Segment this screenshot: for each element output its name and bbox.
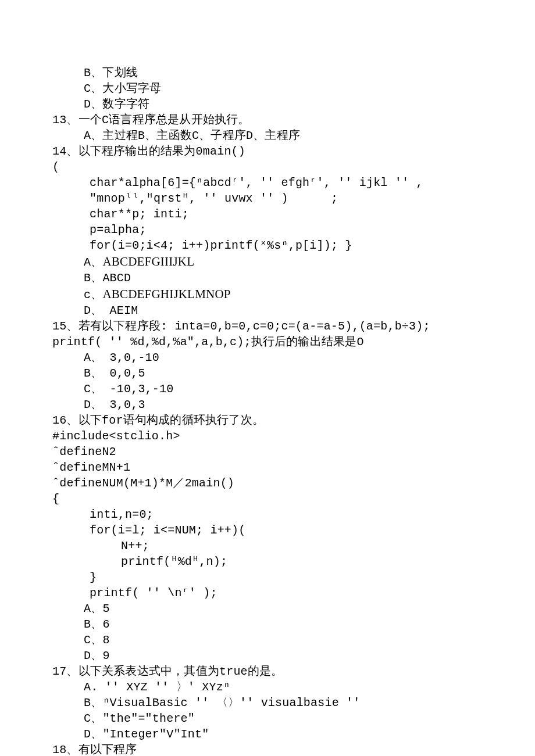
text-content: ˆdefineMN+1 xyxy=(52,461,130,474)
text-line: B、ABCD xyxy=(52,270,483,286)
text-line: { xyxy=(52,491,483,507)
text-content: C、8 xyxy=(84,633,110,647)
text-content: C、″the″=″there″ xyxy=(84,712,195,725)
text-line: 17、以下关系表达式中，其值为true的是。 xyxy=(52,664,483,679)
text-content: printf( '' \nʳ' ); xyxy=(90,586,217,600)
text-line: for(i=0;i<4; i++)printf(ˣ%sⁿ,p[i]); } xyxy=(52,238,483,253)
text-line: p=alpha; xyxy=(52,222,483,238)
text-content: B、ABCD xyxy=(84,271,131,285)
text-line: 15、若有以下程序段: inta=0,b=0,c=0;c=(a-=a-5),(a… xyxy=(52,318,483,334)
text-content: A、 xyxy=(84,256,102,269)
text-content: A、5 xyxy=(84,602,110,615)
text-line: B、下划线 xyxy=(52,65,483,81)
text-content: c、 xyxy=(84,288,102,302)
text-line: #include<stclio.h> xyxy=(52,428,483,444)
text-content: 17、以下关系表达式中，其值为true的是。 xyxy=(52,665,283,678)
text-content: D、9 xyxy=(84,649,110,662)
text-content: B、ⁿVisualBasic '' 〈〉'' visualbasie '' xyxy=(84,696,368,710)
text-content: for(i=0;i<4; i++)printf(ˣ%sⁿ,p[i]); } xyxy=(90,239,352,252)
text-line: D、9 xyxy=(52,648,483,664)
text-content: A、 3,0,-10 xyxy=(84,351,159,364)
text-content: D、″Integer″V″Int″ xyxy=(84,728,209,741)
text-line: N++; xyxy=(52,538,483,554)
text-content: D、数字字符 xyxy=(84,98,149,111)
text-line: D、″Integer″V″Int″ xyxy=(52,726,483,742)
text-content: printf(ᴴ%dᴴ,n); xyxy=(121,555,227,568)
text-line: 18、有以下程序 xyxy=(52,742,483,756)
text-line: C、 -10,3,-10 xyxy=(52,381,483,397)
text-line: printf( '' \nʳ' ); xyxy=(52,585,483,601)
text-roman: ABCDEFGIIIJKL xyxy=(102,255,194,268)
text-line: printf(ᴴ%dᴴ,n); xyxy=(52,554,483,569)
text-line: 14、以下程序输出的结果为0main() xyxy=(52,144,483,159)
text-line: D、数字字符 xyxy=(52,96,483,112)
text-content: B、6 xyxy=(84,618,110,631)
text-content: D、 AEIM xyxy=(84,304,138,317)
text-line: for(i=l; i<=NUM; i++)( xyxy=(52,522,483,538)
text-line: ˆdefineNUM(M+1)*M／2main() xyxy=(52,475,483,491)
text-content: inti,n=0; xyxy=(90,508,154,521)
text-line: char*alpha[6]={ⁿabcdʳ', '' efghʳ', '' ij… xyxy=(52,175,483,206)
text-line: } xyxy=(52,569,483,585)
text-line: C、″the″=″there″ xyxy=(52,711,483,726)
text-line: C、大小写字母 xyxy=(52,81,483,96)
text-content: printf( '' %d,%d,%a″,a,b,c);执行后的输出结果是O xyxy=(52,335,364,349)
text-content: C、 -10,3,-10 xyxy=(84,382,173,396)
text-line: A. '' XYZ '' 〉' XYzⁿ xyxy=(52,679,483,695)
text-line: char**p; inti; xyxy=(52,206,483,222)
text-content: 15、若有以下程序段: inta=0,b=0,c=0;c=(a-=a-5),(a… xyxy=(52,320,430,333)
text-content: ˆdefineN2 xyxy=(52,445,116,458)
text-content: N++; xyxy=(121,539,149,553)
text-content: { xyxy=(52,492,59,506)
text-line: B、 0,0,5 xyxy=(52,366,483,381)
text-line: printf( '' %d,%d,%a″,a,b,c);执行后的输出结果是O xyxy=(52,334,483,350)
text-content: B、下划线 xyxy=(84,66,138,80)
text-content: } xyxy=(90,571,97,584)
document-page: B、下划线C、大小写字母D、数字字符13、一个C语言程序总是从开始执行。A、主过… xyxy=(0,0,535,756)
text-content: B、 0,0,5 xyxy=(84,367,145,380)
text-line: A、主过程B、主函数C、子程序D、主程序 xyxy=(52,128,483,144)
text-content: C、大小写字母 xyxy=(84,82,161,95)
text-content: char*alpha[6]={ⁿabcdʳ', '' efghʳ', '' ij… xyxy=(90,176,423,205)
text-content: ˆdefineNUM(M+1)*M／2main() xyxy=(52,476,234,490)
text-content: 18、有以下程序 xyxy=(52,743,137,756)
text-roman: ABCDEFGHIJKLMNOP xyxy=(102,287,230,301)
text-line: A、ABCDEFGIIIJKL xyxy=(52,253,483,270)
text-content: 14、以下程序输出的结果为0main() xyxy=(52,145,245,158)
text-line: c、ABCDEFGHIJKLMNOP xyxy=(52,286,483,303)
text-line: 16、以下for语句构成的循环执行了次。 xyxy=(52,413,483,428)
text-content: 13、一个C语言程序总是从开始执行。 xyxy=(52,113,250,127)
text-line: 13、一个C语言程序总是从开始执行。 xyxy=(52,112,483,128)
text-content: A、主过程B、主函数C、子程序D、主程序 xyxy=(84,129,300,142)
text-content: char**p; inti; xyxy=(90,207,189,221)
text-content: 16、以下for语句构成的循环执行了次。 xyxy=(52,414,264,427)
text-line: A、5 xyxy=(52,601,483,617)
text-line: B、ⁿVisualBasic '' 〈〉'' visualbasie '' xyxy=(52,695,483,711)
text-content: #include<stclio.h> xyxy=(52,429,180,443)
text-line: B、6 xyxy=(52,617,483,632)
text-line: ˆdefineMN+1 xyxy=(52,460,483,475)
text-line: ( xyxy=(52,159,483,175)
text-content: for(i=l; i<=NUM; i++)( xyxy=(90,524,245,537)
text-line: D、 AEIM xyxy=(52,303,483,318)
text-line: C、8 xyxy=(52,632,483,648)
text-content: ( xyxy=(52,160,59,174)
text-line: ˆdefineN2 xyxy=(52,444,483,460)
text-content: p=alpha; xyxy=(90,223,147,237)
text-content: D、 3,0,3 xyxy=(84,398,145,411)
text-line: inti,n=0; xyxy=(52,507,483,522)
text-line: A、 3,0,-10 xyxy=(52,350,483,366)
text-content: A. '' XYZ '' 〉' XYzⁿ xyxy=(84,680,230,694)
text-line: D、 3,0,3 xyxy=(52,397,483,413)
